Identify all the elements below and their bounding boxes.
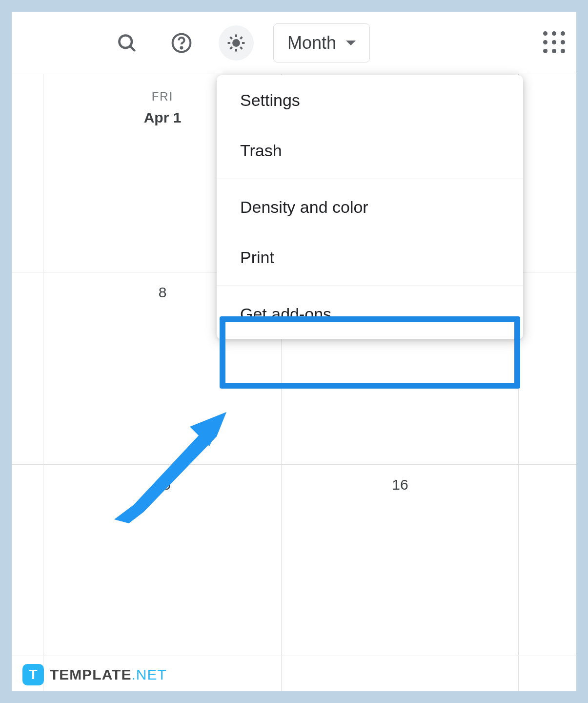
menu-divider <box>217 179 523 179</box>
gear-icon <box>225 32 247 54</box>
app-frame: Month FRI Apr 1 8 15 16 Sett <box>12 12 576 691</box>
menu-item-settings[interactable]: Settings <box>217 75 523 125</box>
day-number: 16 <box>392 476 408 493</box>
view-label: Month <box>287 33 336 53</box>
watermark: T TEMPLATE.NET <box>22 664 167 685</box>
grid-row <box>12 465 576 656</box>
svg-point-4 <box>233 40 239 46</box>
settings-button[interactable] <box>219 25 254 61</box>
search-button[interactable] <box>109 25 144 61</box>
svg-point-3 <box>181 47 182 48</box>
watermark-text: TEMPLATE.NET <box>50 666 167 683</box>
arrow-annotation <box>104 393 241 529</box>
toolbar: Month <box>12 12 576 74</box>
settings-dropdown: Settings Trash Density and color Print G… <box>217 75 523 339</box>
svg-point-0 <box>119 35 132 48</box>
menu-item-print[interactable]: Print <box>217 232 523 283</box>
watermark-logo: T <box>22 664 44 685</box>
day-number: 8 <box>159 284 167 300</box>
chevron-down-icon <box>346 41 356 45</box>
menu-item-get-addons[interactable]: Get add-ons <box>217 289 523 339</box>
menu-divider <box>217 286 523 286</box>
help-button[interactable] <box>164 25 199 61</box>
calendar-cell[interactable]: 16 <box>282 465 519 493</box>
help-icon <box>171 32 192 54</box>
apps-button[interactable] <box>543 31 567 55</box>
menu-item-density[interactable]: Density and color <box>217 182 523 232</box>
search-icon <box>116 32 138 54</box>
view-selector[interactable]: Month <box>273 23 370 62</box>
menu-item-trash[interactable]: Trash <box>217 125 523 176</box>
svg-line-1 <box>130 46 135 51</box>
